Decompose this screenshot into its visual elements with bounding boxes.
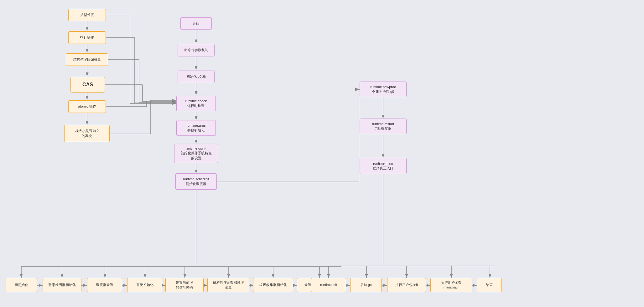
node-runtimeschedinit: runtime.schedinit初始化调度器 [175, 173, 217, 190]
node-zhan: 栈大小是否为 2的幂次 [64, 125, 110, 142]
node-r4: 执行用户函数main.main [430, 278, 472, 292]
node-runtimenewproc: runtime.newproc创建主协程 g0 [360, 82, 407, 97]
node-mingling: 命令行参数复制 [178, 44, 215, 56]
node-zhizhen: 指针操作 [68, 31, 106, 44]
node-r2: 启动 gc [350, 278, 382, 292]
node-chushihua-g0: 初始化 g0 栈 [178, 71, 215, 83]
node-runtimemain: runtime.main程序真正入口 [360, 158, 407, 174]
diagram-container: 类型长度 指针操作 结构体字段偏移量 CAS atomic 操作 栈大小是否为 … [0, 0, 644, 307]
arrows-svg [0, 0, 644, 307]
node-b6: 解析程序参数和环境变量 [207, 278, 249, 292]
node-jiegou: 结构体字段偏移量 [66, 53, 108, 66]
node-b3: 调度器设置 [87, 278, 122, 292]
node-leixing: 类型长度 [68, 9, 106, 21]
node-b5: 设置当前 M的信号掩码 [165, 278, 204, 292]
node-runtimeosinit: runtime.osinit初始化操作系统特点的设置 [174, 144, 218, 163]
node-runtimecheck: runtime.check运行时检查 [176, 96, 216, 111]
node-b7: 垃圾收集器初始化 [253, 278, 293, 292]
node-runtimemstart: runtime.mstart启动调度器 [360, 119, 407, 134]
node-runtimeargs: runtime.args参数初始化 [176, 120, 216, 136]
node-b2: 竞态检测器初始化 [43, 278, 81, 292]
node-kaishi: 开始 [180, 17, 212, 30]
node-r5: 结束 [477, 278, 502, 292]
node-r1: runtime.init [311, 278, 346, 292]
node-cas: CAS [70, 77, 105, 93]
node-b4: 系统初始化 [127, 278, 162, 292]
node-b1: 初初始化 [6, 278, 37, 292]
node-atomic: atomic 操作 [68, 100, 106, 113]
node-r3: 执行用户包 init [387, 278, 426, 292]
